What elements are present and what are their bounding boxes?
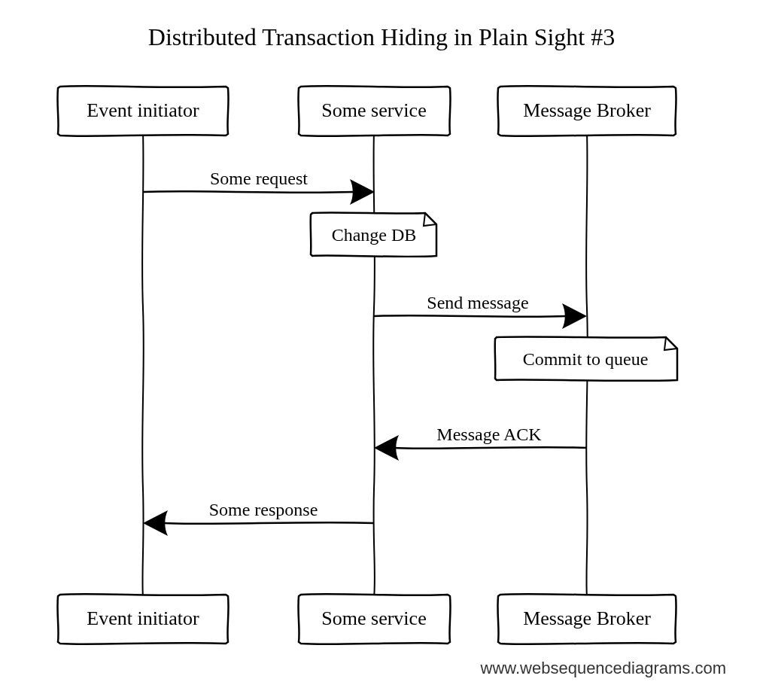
actor-label-bottom-1: Event initiator <box>87 607 199 629</box>
actor-box-bottom-2: Some service <box>298 594 450 644</box>
actor-label-top-2: Some service <box>321 99 426 121</box>
actor-label-top-1: Event initiator <box>87 99 199 121</box>
message-label-2: Send message <box>427 293 528 312</box>
message-arrow-3: Message ACK <box>374 425 587 461</box>
note-label-2: Commit to queue <box>523 349 649 369</box>
actor-box-top-1: Event initiator <box>57 86 228 136</box>
actor-box-top-2: Some service <box>298 86 450 136</box>
note-label-1: Change DB <box>332 225 417 245</box>
sequence-diagram: Distributed Transaction Hiding in Plain … <box>0 0 763 700</box>
note-box-2: Commit to queue <box>495 336 677 381</box>
message-arrow-1: Some request <box>143 169 375 205</box>
actor-box-bottom-1: Event initiator <box>57 594 228 644</box>
message-arrow-2: Send message <box>374 293 587 329</box>
actor-label-bottom-3: Message Broker <box>523 607 651 629</box>
actor-box-top-3: Message Broker <box>497 86 676 136</box>
message-label-4: Some response <box>209 500 318 519</box>
message-label-3: Message ACK <box>436 425 542 444</box>
message-arrow-4: Some response <box>143 500 374 536</box>
actor-label-top-3: Message Broker <box>523 99 651 121</box>
actor-label-bottom-2: Some service <box>321 607 426 629</box>
actor-box-bottom-3: Message Broker <box>497 594 676 644</box>
message-label-1: Some request <box>210 169 308 188</box>
credit-text: www.websequencediagrams.com <box>480 659 727 677</box>
note-box-1: Change DB <box>311 212 436 257</box>
lifeline-actor-1 <box>142 132 144 598</box>
diagram-title: Distributed Transaction Hiding in Plain … <box>148 23 615 50</box>
lifeline-actor-2 <box>373 132 375 598</box>
